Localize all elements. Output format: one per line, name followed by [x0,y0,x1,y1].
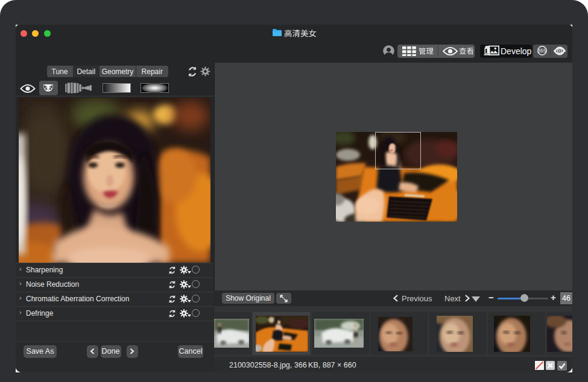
svg-text:365: 365 [537,48,546,54]
